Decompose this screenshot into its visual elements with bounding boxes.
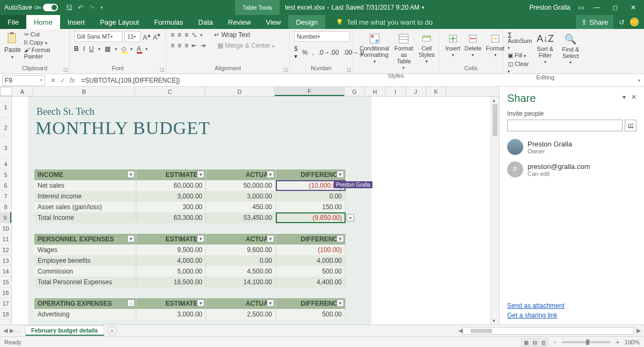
dialog-launcher-icon[interactable]: ◲ — [283, 67, 288, 72]
tab-insert[interactable]: Insert — [60, 15, 93, 29]
filter-dropdown-icon[interactable]: ▾ — [197, 171, 204, 178]
table-row[interactable]: Total Income63,300.0053,450.00(9,850.00) — [34, 212, 346, 223]
row-header[interactable]: 8 — [0, 202, 11, 212]
table-row[interactable]: Commission5,000.004,500.00500.00 — [34, 266, 346, 277]
conditional-formatting-button[interactable]: Conditional Formatting▾ — [357, 31, 391, 72]
align-left-icon[interactable]: ≡ — [171, 42, 174, 49]
italic-button[interactable]: I — [83, 45, 85, 53]
col-header[interactable]: G — [345, 87, 365, 96]
col-header[interactable]: H — [365, 87, 385, 96]
decrease-font-icon[interactable]: A▾ — [153, 32, 161, 41]
select-all-button[interactable] — [0, 87, 12, 96]
font-size-select[interactable]: 11 — [125, 31, 141, 42]
row-header[interactable]: 13 — [0, 255, 11, 266]
paste-button[interactable]: Paste ▾ — [4, 31, 21, 60]
row-header[interactable]: 2 — [0, 118, 11, 137]
chevron-down-icon[interactable]: ▾ — [422, 5, 425, 10]
person-row[interactable]: P preston@gralla.comCan edit — [507, 161, 636, 178]
row-header[interactable]: 16 — [0, 287, 11, 298]
cut-button[interactable]: ✂ Cut — [24, 31, 65, 38]
cell-styles-button[interactable]: Cell Styles▾ — [416, 31, 437, 72]
comma-button[interactable]: , — [312, 49, 313, 56]
ribbon-display-icon[interactable]: ▭ — [578, 4, 584, 11]
table-row[interactable]: Wages9,500.009,600.00(100.00) — [34, 245, 346, 255]
fx-icon[interactable]: fx — [70, 77, 75, 84]
table-row[interactable]: Employee benefits4,000.000.004,000.00 — [34, 255, 346, 266]
format-painter-button[interactable]: 🖌 Format Painter — [24, 47, 65, 60]
col-header[interactable]: C — [135, 87, 205, 96]
col-header[interactable]: F — [275, 87, 345, 96]
font-name-select[interactable]: Gill Sans MT — [74, 31, 122, 42]
row-header[interactable]: 5 — [0, 169, 11, 180]
normal-view-button[interactable]: ▦ — [522, 338, 531, 346]
scroll-down-icon[interactable]: ▾ — [493, 318, 495, 323]
format-as-table-button[interactable]: Format as Table▾ — [392, 31, 415, 72]
page-break-view-button[interactable]: ▥ — [539, 338, 548, 346]
row-header[interactable]: 11 — [0, 234, 11, 245]
filter-dropdown-icon[interactable]: ▾ — [127, 235, 135, 242]
table-row[interactable]: Total Personnel Expenses18,500.0014,100.… — [34, 277, 346, 287]
zoom-out-button[interactable]: − — [553, 339, 557, 345]
row-header[interactable]: 12 — [0, 245, 11, 255]
col-header[interactable]: K — [426, 87, 447, 96]
col-header[interactable]: B — [33, 87, 135, 96]
filter-dropdown-icon[interactable]: ▾ — [267, 299, 274, 307]
dialog-launcher-icon[interactable]: ◲ — [63, 67, 68, 72]
scroll-up-icon[interactable]: ▴ — [493, 98, 495, 103]
page-layout-view-button[interactable]: ▤ — [530, 338, 539, 346]
dialog-launcher-icon[interactable]: ◲ — [160, 67, 165, 72]
autosum-button[interactable]: ∑ AutoSum ▾ — [508, 31, 532, 50]
zoom-slider[interactable] — [562, 341, 610, 343]
filter-dropdown-icon[interactable]: ▾ — [127, 171, 135, 178]
table-row[interactable]: Net sales60,000.0050,000.00(10,000.00) — [34, 180, 346, 191]
col-header[interactable]: J — [406, 87, 426, 96]
merge-center-button[interactable]: ▦ Merge & Center ▾ — [217, 42, 274, 49]
tab-design[interactable]: Design — [288, 15, 325, 29]
bold-button[interactable]: B — [74, 45, 79, 53]
cell-grid[interactable]: Beech St. Tech MONTHLY BUDGET INCOME▾ ES… — [12, 97, 491, 324]
chevron-down-icon[interactable]: ▾ — [11, 55, 13, 60]
fill-button[interactable]: ▣ Fill ▾ — [508, 52, 532, 59]
enter-formula-icon[interactable]: ✓ — [60, 77, 65, 84]
tab-file[interactable]: File — [0, 15, 26, 29]
percent-button[interactable]: % — [302, 49, 308, 56]
align-right-icon[interactable]: ≡ — [185, 42, 188, 49]
table-row[interactable]: Asset sales (gain/loss)300.00450.00150.0… — [34, 202, 346, 212]
horizontal-scrollbar[interactable] — [463, 327, 634, 335]
col-header[interactable]: I — [385, 87, 406, 96]
tab-formulas[interactable]: Formulas — [147, 15, 191, 29]
send-attachment-link[interactable]: Send as attachment — [507, 302, 565, 309]
dialog-launcher-icon[interactable]: ◲ — [347, 67, 352, 72]
sharing-link[interactable]: Get a sharing link — [507, 312, 565, 319]
feedback-icon[interactable] — [630, 18, 639, 26]
filter-dropdown-icon[interactable]: ↓ — [127, 299, 135, 307]
panel-options-icon[interactable]: ▾ — [623, 93, 626, 101]
tell-me-search[interactable]: 💡 Tell me what you want to do — [325, 15, 576, 29]
filter-dropdown-icon[interactable]: ▾ — [336, 299, 344, 307]
autosave-toggle[interactable]: AutoSave On — [0, 4, 62, 11]
row-header[interactable]: 10 — [0, 223, 11, 234]
row-header[interactable]: 7 — [0, 191, 11, 202]
switch-icon[interactable] — [43, 4, 58, 11]
row-header[interactable]: 9 — [0, 212, 11, 223]
address-book-icon[interactable]: 🕮 — [625, 120, 636, 131]
increase-indent-icon[interactable]: ⇥ — [200, 42, 206, 49]
align-middle-icon[interactable]: ≡ — [178, 31, 181, 39]
table-expand-icon[interactable]: ▾ — [347, 214, 354, 222]
row-header[interactable]: 1 — [0, 97, 11, 118]
scrollbar-thumb[interactable] — [471, 329, 492, 333]
filter-dropdown-icon[interactable]: ▾ — [336, 235, 344, 242]
align-bottom-icon[interactable]: ≡ — [185, 31, 188, 39]
expand-formula-icon[interactable]: ▾ — [635, 78, 644, 83]
align-center-icon[interactable]: ≡ — [178, 42, 181, 49]
col-header[interactable]: A — [12, 87, 33, 96]
panel-close-icon[interactable]: ✕ — [631, 93, 636, 101]
decrease-indent-icon[interactable]: ⇤ — [192, 42, 197, 49]
orientation-icon[interactable]: ⤡ — [192, 31, 197, 39]
row-header[interactable]: 3 — [0, 137, 11, 159]
fill-color-button[interactable]: ◇ — [121, 45, 126, 53]
delete-cells-button[interactable]: Delete▾ — [463, 31, 484, 60]
tab-page-layout[interactable]: Page Layout — [92, 15, 147, 29]
name-box[interactable]: F9▾ — [2, 75, 45, 86]
scroll-right-icon[interactable]: ▶ — [636, 327, 641, 334]
